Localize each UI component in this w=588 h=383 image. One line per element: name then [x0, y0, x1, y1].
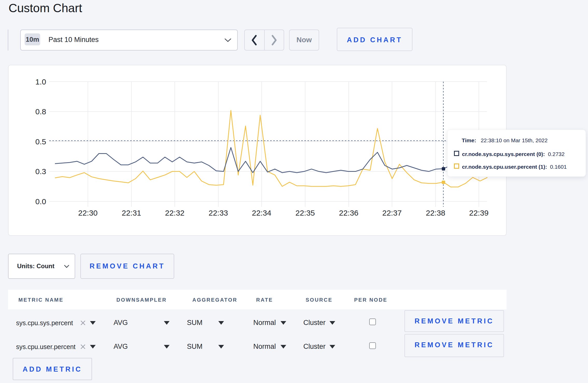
svg-text:0.8: 0.8 — [35, 107, 46, 116]
svg-text:22:31: 22:31 — [122, 209, 141, 217]
svg-text:22:37: 22:37 — [382, 209, 402, 217]
svg-text:22:39: 22:39 — [469, 209, 488, 217]
svg-text:0.5: 0.5 — [35, 137, 46, 146]
svg-text:22:33: 22:33 — [208, 209, 228, 217]
svg-text:22:32: 22:32 — [165, 209, 184, 217]
svg-text:1.0: 1.0 — [35, 77, 46, 86]
svg-text:0.3: 0.3 — [35, 167, 46, 176]
svg-text:22:35: 22:35 — [295, 209, 315, 217]
svg-text:22:34: 22:34 — [252, 209, 271, 217]
svg-text:22:36: 22:36 — [339, 209, 358, 217]
svg-text:0.0: 0.0 — [35, 197, 46, 206]
svg-text:22:38: 22:38 — [426, 209, 445, 217]
svg-text:22:30: 22:30 — [78, 209, 97, 217]
